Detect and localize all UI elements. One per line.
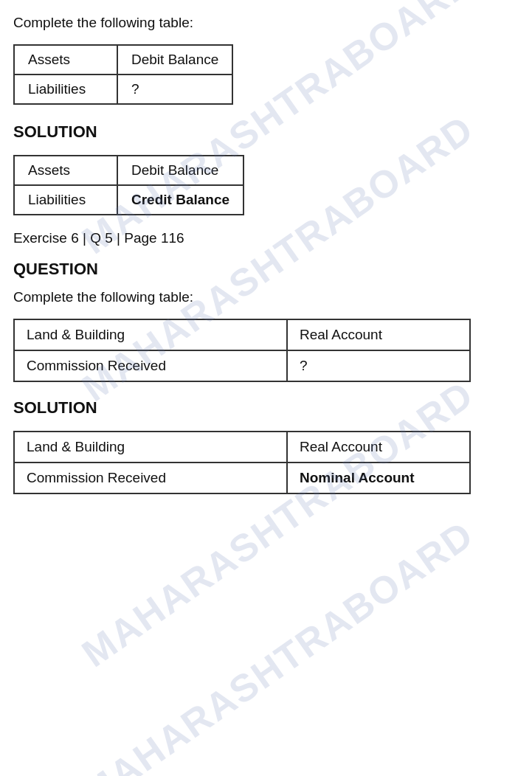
cell-liabilities-label: Liabilities (14, 75, 117, 104)
table-row: Land & Building Real Account (14, 319, 470, 350)
solution-table-2: Land & Building Real Account Commission … (13, 431, 471, 494)
cell-real-account-q: Real Account (287, 319, 470, 350)
cell-question-mark-1: ? (117, 75, 232, 104)
cell-question-mark-2: ? (287, 350, 470, 381)
table-row: Commission Received ? (14, 350, 470, 381)
table-row: Assets Debit Balance (14, 156, 243, 185)
question-table-1: Assets Debit Balance Liabilities ? (13, 44, 233, 105)
cell-land-building-q: Land & Building (14, 319, 287, 350)
intro-text: Complete the following table: (13, 15, 519, 31)
cell-sol-credit-balance: Credit Balance (117, 185, 243, 215)
question-2-intro: Complete the following table: (13, 289, 519, 305)
cell-sol-debit-balance: Debit Balance (117, 156, 243, 185)
solution-table-1: Assets Debit Balance Liabilities Credit … (13, 155, 244, 215)
cell-assets-label: Assets (14, 45, 117, 75)
solution-heading-2: SOLUTION (13, 398, 519, 418)
question-table-2: Land & Building Real Account Commission … (13, 319, 471, 382)
table-row: Land & Building Real Account (14, 432, 470, 463)
table-row: Liabilities ? (14, 75, 232, 104)
solution-heading-1: SOLUTION (13, 122, 519, 142)
table-row: Commission Received Nominal Account (14, 463, 470, 493)
cell-sol-liabilities: Liabilities (14, 185, 117, 215)
watermark-4: MAHARASHTRABOARD (74, 512, 482, 776)
cell-sol-assets: Assets (14, 156, 117, 185)
question-heading: QUESTION (13, 260, 519, 279)
cell-nominal-account-sol: Nominal Account (287, 463, 470, 493)
table-row: Assets Debit Balance (14, 45, 232, 75)
cell-land-building-sol: Land & Building (14, 432, 287, 463)
cell-real-account-sol: Real Account (287, 432, 470, 463)
exercise-ref: Exercise 6 | Q 5 | Page 116 (13, 230, 519, 246)
cell-commission-sol: Commission Received (14, 463, 287, 493)
cell-debit-balance: Debit Balance (117, 45, 232, 75)
cell-commission-q: Commission Received (14, 350, 287, 381)
table-row: Liabilities Credit Balance (14, 185, 243, 215)
